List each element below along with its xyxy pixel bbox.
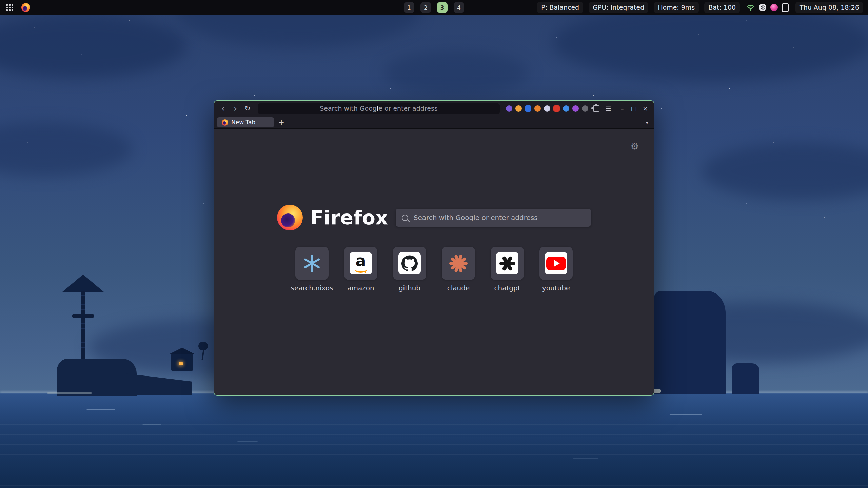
extension-icons (506, 105, 588, 112)
shortcut-tile[interactable] (295, 247, 329, 280)
water-reflection (237, 441, 258, 442)
wifi-icon[interactable] (747, 3, 755, 12)
hut-roof (169, 348, 196, 354)
sea (0, 393, 868, 488)
workspace-switcher: 1 2 3 4 (404, 2, 464, 13)
right-island-rock (732, 363, 760, 394)
youtube-play-icon (546, 257, 566, 270)
extension-icon-2[interactable] (515, 105, 522, 112)
topbar-left (4, 2, 30, 13)
shortcut-tiles: search.nixos a amazon (295, 247, 573, 292)
menu-hamburger-icon[interactable]: ☰ (603, 103, 614, 114)
shortcut-github[interactable]: github (393, 247, 426, 292)
gpu-module[interactable]: GPU: Integrated (589, 2, 648, 13)
extension-icon-1[interactable] (506, 105, 512, 112)
window-controls: – □ × (617, 103, 650, 114)
list-all-tabs-icon[interactable]: ▾ (643, 120, 651, 126)
newtab-hero: Firefox (277, 205, 591, 230)
shortcut-chatgpt[interactable]: chatgpt (491, 247, 524, 292)
extension-icon-3[interactable] (525, 105, 531, 112)
extension-icon-6[interactable] (553, 105, 560, 112)
maximize-button[interactable]: □ (629, 103, 639, 114)
openai-knot-icon (496, 252, 518, 274)
clock[interactable]: Thu Aug 08, 18:26 (795, 2, 863, 13)
apps-grid-icon[interactable] (4, 2, 15, 13)
desktop: 1 2 3 4 P: Balanced GPU: Integrated Home… (0, 0, 868, 488)
tab-title: New Tab (231, 119, 255, 126)
shortcut-label: chatgpt (494, 284, 520, 292)
extension-icon-7[interactable] (563, 105, 569, 112)
cloud (0, 122, 132, 176)
shortcut-tile[interactable] (539, 247, 573, 280)
palm-tree (198, 342, 208, 350)
cloud (0, 14, 186, 78)
firefox-icon (222, 119, 228, 126)
extension-icon-9[interactable] (582, 105, 588, 112)
shortcut-claude[interactable]: claude (442, 247, 475, 292)
water-reflection (573, 458, 598, 459)
water-reflection (142, 424, 161, 425)
tab-new-tab[interactable]: New Tab (217, 117, 274, 127)
claude-starburst-icon (449, 254, 468, 272)
battery-module[interactable]: Bat: 100 (704, 2, 740, 13)
clipboard-icon[interactable] (782, 3, 789, 12)
bluetooth-icon[interactable] (759, 4, 766, 11)
watchtower-roof (62, 274, 104, 292)
youtube-card (545, 252, 567, 274)
minimize-button[interactable]: – (617, 103, 627, 114)
search-icon (402, 215, 408, 221)
reload-button[interactable]: ↻ (242, 103, 253, 114)
shortcut-label: github (399, 284, 420, 292)
new-tab-button[interactable]: + (277, 118, 286, 127)
extension-icon-5[interactable] (544, 105, 550, 112)
hut-window-light (179, 362, 183, 365)
firefox-logo (277, 205, 303, 230)
workspace-1[interactable]: 1 (404, 2, 414, 13)
shortcut-label: claude (447, 284, 470, 292)
power-profile-module[interactable]: P: Balanced (537, 2, 583, 13)
topbar-right: P: Balanced GPU: Integrated Home: 9ms Ba… (537, 2, 863, 13)
workspace-4[interactable]: 4 (454, 2, 464, 13)
browser-toolbar: ‹ › ↻ ☰ – □ × (214, 101, 654, 116)
shortcut-amazon[interactable]: a amazon (344, 247, 377, 292)
text-caret (377, 106, 378, 111)
close-button[interactable]: × (640, 103, 650, 114)
extensions-puzzle-icon[interactable] (593, 105, 599, 112)
forward-button[interactable]: › (230, 103, 241, 114)
newtab-search-bar[interactable] (396, 209, 591, 227)
shortcut-label: search.nixos (291, 284, 333, 292)
firefox-window: ‹ › ↻ ☰ – □ × (214, 100, 654, 396)
extension-icon-4[interactable] (534, 105, 541, 112)
shortcut-search-nixos[interactable]: search.nixos (295, 247, 329, 292)
color-wheel-icon[interactable] (770, 4, 778, 11)
newtab-search-input[interactable] (413, 213, 585, 222)
github-octocat-icon (398, 252, 421, 274)
firefox-wordmark: Firefox (310, 206, 388, 229)
nixos-snowflake-icon (303, 255, 321, 272)
workspace-3-active[interactable]: 3 (437, 2, 448, 13)
cloud (702, 142, 868, 200)
new-tab-page: ⚙ Firefox search.nixos (214, 129, 654, 395)
water-reflection (86, 409, 115, 410)
openai-asterisk (499, 256, 515, 271)
cloud (383, 51, 529, 95)
home-latency-module[interactable]: Home: 9ms (654, 2, 699, 13)
extension-icon-8[interactable] (572, 105, 579, 112)
workspace-2[interactable]: 2 (420, 2, 431, 13)
shortcut-tile[interactable]: a (344, 247, 377, 280)
firefox-icon[interactable] (21, 3, 30, 12)
shortcut-tile[interactable] (442, 247, 475, 280)
left-beach (47, 392, 92, 394)
shortcut-tile[interactable] (491, 247, 524, 280)
cloud (553, 3, 868, 81)
shortcut-youtube[interactable]: youtube (539, 247, 573, 292)
shortcut-label: amazon (347, 284, 374, 292)
amazon-smile (355, 267, 367, 273)
tab-bar: New Tab + ▾ (214, 116, 654, 129)
shortcut-tile[interactable] (393, 247, 426, 280)
url-bar[interactable] (258, 103, 500, 114)
url-input[interactable] (258, 103, 500, 114)
amazon-a-glyph: a (355, 254, 366, 268)
back-button[interactable]: ‹ (218, 103, 229, 114)
newtab-settings-gear-icon[interactable]: ⚙ (631, 141, 639, 151)
